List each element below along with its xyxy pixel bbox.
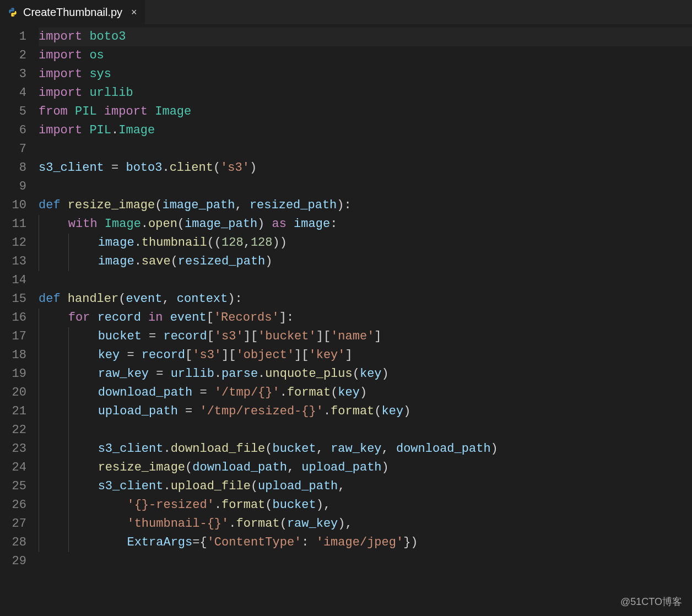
line-number: 24 bbox=[0, 458, 26, 477]
code-line[interactable]: '{}-resized'.format(bucket), bbox=[39, 496, 692, 515]
line-number: 19 bbox=[0, 365, 26, 383]
code-line[interactable] bbox=[39, 552, 692, 571]
close-icon[interactable]: × bbox=[131, 7, 137, 18]
code-line[interactable]: from PIL import Image bbox=[39, 102, 692, 121]
line-number: 23 bbox=[0, 440, 26, 458]
tab-filename: CreateThumbnail.py bbox=[23, 6, 122, 19]
code-line[interactable]: import sys bbox=[39, 65, 692, 84]
code-line[interactable]: import PIL.Image bbox=[39, 121, 692, 140]
line-number: 14 bbox=[0, 271, 26, 290]
line-number: 16 bbox=[0, 309, 26, 327]
code-line[interactable]: raw_key = urllib.parse.unquote_plus(key) bbox=[39, 365, 692, 383]
line-number: 17 bbox=[0, 327, 26, 346]
code-line[interactable]: bucket = record['s3']['bucket']['name'] bbox=[39, 327, 692, 346]
code-line[interactable]: ExtraArgs={'ContentType': 'image/jpeg'}) bbox=[39, 533, 692, 552]
code-line[interactable] bbox=[39, 140, 692, 159]
code-line[interactable]: image.save(resized_path) bbox=[39, 252, 692, 271]
code-line[interactable]: 'thumbnail-{}'.format(raw_key), bbox=[39, 515, 692, 533]
code-line[interactable]: for record in event['Records']: bbox=[39, 309, 692, 327]
code-line[interactable]: s3_client = boto3.client('s3') bbox=[39, 159, 692, 177]
code-line[interactable]: s3_client.upload_file(upload_path, bbox=[39, 477, 692, 496]
line-number: 11 bbox=[0, 215, 26, 234]
editor-tab[interactable]: CreateThumbnail.py × bbox=[0, 0, 145, 24]
code-line[interactable]: import urllib bbox=[39, 84, 692, 102]
code-area[interactable]: import boto3import osimport sysimport ur… bbox=[39, 24, 692, 616]
line-number: 27 bbox=[0, 515, 26, 533]
code-line[interactable] bbox=[39, 421, 692, 440]
code-line[interactable]: with Image.open(image_path) as image: bbox=[39, 215, 692, 234]
code-editor[interactable]: 1234567891011121314151617181920212223242… bbox=[0, 24, 692, 616]
code-line[interactable]: def resize_image(image_path, resized_pat… bbox=[39, 196, 692, 215]
line-number: 20 bbox=[0, 383, 26, 402]
line-number: 22 bbox=[0, 421, 26, 440]
code-line[interactable]: key = record['s3']['object']['key'] bbox=[39, 346, 692, 365]
code-line[interactable]: download_path = '/tmp/{}'.format(key) bbox=[39, 383, 692, 402]
line-number: 5 bbox=[0, 102, 26, 121]
line-number-gutter: 1234567891011121314151617181920212223242… bbox=[0, 24, 39, 616]
line-number: 13 bbox=[0, 252, 26, 271]
code-line[interactable]: upload_path = '/tmp/resized-{}'.format(k… bbox=[39, 402, 692, 421]
code-line[interactable]: resize_image(download_path, upload_path) bbox=[39, 458, 692, 477]
line-number: 4 bbox=[0, 84, 26, 102]
code-line[interactable] bbox=[39, 177, 692, 196]
watermark-text: @51CTO博客 bbox=[620, 595, 682, 608]
line-number: 15 bbox=[0, 290, 26, 309]
line-number: 1 bbox=[0, 28, 26, 46]
code-line[interactable]: image.thumbnail((128,128)) bbox=[39, 234, 692, 252]
line-number: 18 bbox=[0, 346, 26, 365]
line-number: 21 bbox=[0, 402, 26, 421]
code-line[interactable] bbox=[39, 271, 692, 290]
line-number: 29 bbox=[0, 552, 26, 571]
line-number: 2 bbox=[0, 46, 26, 65]
python-icon bbox=[8, 7, 18, 17]
line-number: 12 bbox=[0, 234, 26, 252]
line-number: 26 bbox=[0, 496, 26, 515]
line-number: 3 bbox=[0, 65, 26, 84]
line-number: 28 bbox=[0, 533, 26, 552]
line-number: 6 bbox=[0, 121, 26, 140]
code-line[interactable]: def handler(event, context): bbox=[39, 290, 692, 309]
code-line[interactable]: import boto3 bbox=[39, 28, 692, 46]
line-number: 25 bbox=[0, 477, 26, 496]
line-number: 10 bbox=[0, 196, 26, 215]
tab-bar: CreateThumbnail.py × bbox=[0, 0, 692, 24]
code-line[interactable]: import os bbox=[39, 46, 692, 65]
line-number: 7 bbox=[0, 140, 26, 159]
line-number: 8 bbox=[0, 159, 26, 177]
code-line[interactable]: s3_client.download_file(bucket, raw_key,… bbox=[39, 440, 692, 458]
line-number: 9 bbox=[0, 177, 26, 196]
